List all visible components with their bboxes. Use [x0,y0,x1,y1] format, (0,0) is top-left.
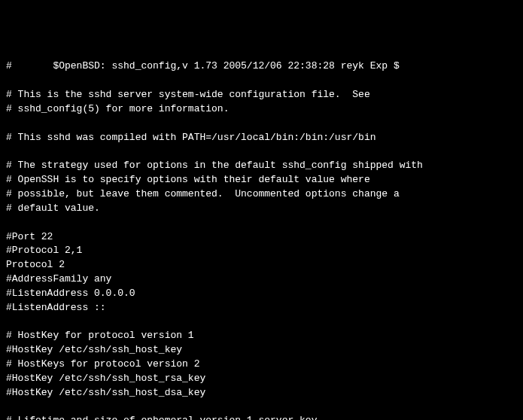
config-line: #AddressFamily any [6,272,517,287]
config-line: # OpenSSH is to specify options with the… [6,173,517,187]
config-file-content: # $OpenBSD: sshd_config,v 1.73 2005/12/0… [6,59,517,420]
config-line: # $OpenBSD: sshd_config,v 1.73 2005/12/0… [6,59,517,74]
config-line: # The strategy used for options in the d… [6,159,517,173]
config-line: #HostKey /etc/ssh/ssh_host_dsa_key [6,386,517,400]
config-line: #Protocol 2,1 [6,244,517,258]
config-line: # This is the sshd server system-wide co… [6,88,517,102]
config-line [6,216,517,230]
config-line: # possible, but leave them commented. Un… [6,187,517,202]
config-line: # This sshd was compiled with PATH=/usr/… [6,131,517,145]
config-line: #Port 22 [6,230,517,245]
config-line [6,117,517,131]
config-line [6,315,517,330]
config-line: #ListenAddress :: [6,301,517,315]
config-line: #HostKey /etc/ssh/ssh_host_rsa_key [6,372,517,386]
config-line [6,400,517,415]
config-line: # sshd_config(5) for more information. [6,102,517,117]
config-line [6,145,517,159]
config-line: #HostKey /etc/ssh/ssh_host_key [6,343,517,358]
config-line: # default value. [6,202,517,216]
config-line: #ListenAddress 0.0.0.0 [6,287,517,301]
config-line: # Lifetime and size of ephemeral version… [6,414,517,420]
config-line: Protocol 2 [6,258,517,272]
config-line [6,74,517,88]
config-line: # HostKey for protocol version 1 [6,329,517,343]
config-line: # HostKeys for protocol version 2 [6,358,517,372]
